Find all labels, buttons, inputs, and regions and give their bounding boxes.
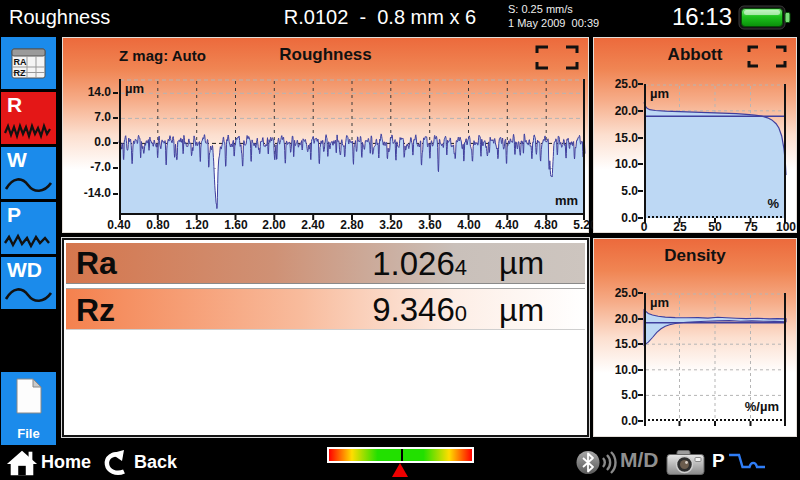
device-screen: Roughness R.0102 - 0.8 mm x 6 S: 0.25 mm…	[0, 0, 800, 480]
axis-tick	[113, 193, 118, 195]
y-axis-tick-label: 25.0	[598, 77, 638, 91]
profile-wave-icon	[728, 451, 768, 477]
clock: 16:13	[672, 3, 732, 31]
sidebar-item-waviness[interactable]: W	[1, 147, 56, 199]
top-bar: Roughness R.0102 - 0.8 mm x 6 S: 0.25 mm…	[0, 0, 800, 35]
y-axis-tick-label: 10.0	[598, 157, 638, 171]
roughness-chart: µm mm	[119, 79, 585, 215]
y-axis-unit: µm	[125, 81, 144, 96]
camera-icon[interactable]	[666, 449, 706, 480]
x-axis-tick-label: 2.00	[254, 218, 294, 232]
sidebar-item-file[interactable]: File	[1, 372, 56, 445]
x-axis-unit: %	[767, 196, 779, 211]
axis-tick	[638, 163, 643, 165]
sidebar-item-label: File	[1, 426, 56, 441]
svg-text:RA: RA	[14, 57, 27, 67]
sidebar-item-primary[interactable]: P	[1, 202, 56, 254]
axis-tick	[638, 292, 643, 294]
x-axis-tick-label: 2.40	[293, 218, 333, 232]
measurement-settings[interactable]: R.0102 - 0.8 mm x 6	[230, 6, 530, 29]
x-axis-tick-label: 25	[665, 220, 695, 234]
profile-mode-label[interactable]: P	[712, 450, 725, 472]
y-axis-tick-label: 15.0	[598, 337, 638, 351]
parameter-table-icon: RA RZ	[10, 46, 48, 80]
x-axis-tick-label: 4.80	[526, 218, 566, 232]
y-axis-tick-label: 5.0	[598, 388, 638, 402]
home-button[interactable]: Home	[6, 445, 91, 480]
axis-tick	[638, 83, 643, 85]
density-panel: Density µm %/µm 25.020.015.010.05.00.0	[593, 238, 797, 437]
back-button[interactable]: Back	[103, 445, 177, 480]
result-row-ra[interactable]: Ra 1.0264 µm	[66, 243, 585, 284]
result-value-last-digit: 0	[455, 301, 467, 326]
sidebar-item-label: R	[7, 93, 22, 117]
y-axis-unit: µm	[650, 295, 669, 310]
x-axis-tick-label: 75	[736, 220, 766, 234]
y-axis-tick-label: 14.0	[69, 85, 111, 99]
focus-corners-icon[interactable]	[746, 44, 788, 73]
y-axis-tick-label: 0.0	[598, 414, 638, 428]
file-document-icon	[14, 378, 44, 415]
axis-tick	[638, 394, 643, 396]
md-mode-button[interactable]: M/D	[620, 448, 659, 472]
results-panel: Ra 1.0264 µm Rz 9.3460 µm	[62, 238, 589, 437]
y-axis-tick-label: 5.0	[598, 184, 638, 198]
result-row-rz[interactable]: Rz 9.3460 µm	[66, 288, 585, 330]
x-axis-tick-label: 2.80	[332, 218, 372, 232]
y-axis-tick-label: -7.0	[69, 160, 111, 174]
sidebar-item-label: WD	[7, 258, 42, 282]
axis-tick	[638, 190, 643, 192]
x-axis-tick-label: 0.80	[138, 218, 178, 232]
result-param: Ra	[76, 243, 117, 284]
sidebar-item-roughness[interactable]: R	[1, 92, 56, 144]
result-unit: µm	[499, 243, 544, 284]
back-undo-icon	[103, 449, 131, 477]
level-gauge	[327, 447, 474, 463]
abbott-chart: µm %	[644, 84, 786, 218]
wd-wave-icon	[4, 284, 53, 306]
home-label: Home	[41, 452, 91, 473]
home-icon	[6, 448, 38, 478]
axis-tick	[638, 343, 643, 345]
page-title: Roughness	[9, 6, 110, 29]
y-axis-tick-label: 0.0	[69, 135, 111, 149]
bluetooth-icon[interactable]	[576, 449, 618, 480]
axis-tick	[113, 92, 118, 94]
result-unit: µm	[499, 289, 544, 331]
y-axis-tick-label: 20.0	[598, 312, 638, 326]
x-axis-tick-label: 100	[771, 220, 800, 234]
axis-tick	[638, 110, 643, 112]
x-axis-tick-label: 1.20	[177, 218, 217, 232]
y-axis-tick-label: 7.0	[69, 110, 111, 124]
result-value-last-digit: 4	[455, 255, 467, 280]
x-axis-tick-label: 1.60	[216, 218, 256, 232]
density-chart: µm %/µm	[644, 293, 786, 421]
axis-tick	[638, 137, 643, 139]
sidebar-item-parameter-table[interactable]: RA RZ	[1, 37, 56, 89]
axis-tick	[113, 142, 118, 144]
y-axis-tick-label: 10.0	[598, 363, 638, 377]
sidebar-item-label: P	[7, 203, 21, 227]
x-axis-tick-label: 4.00	[449, 218, 489, 232]
y-axis-tick-label: 25.0	[598, 286, 638, 300]
sidebar-item-label: W	[7, 148, 27, 172]
result-value: 9.3460	[372, 289, 467, 335]
axis-tick	[638, 369, 643, 371]
gauge-center-tick	[401, 449, 403, 461]
focus-corners-icon[interactable]	[534, 44, 580, 75]
y-axis-tick-label: 15.0	[598, 131, 638, 145]
x-axis-unit: mm	[555, 193, 578, 208]
bottom-bar: Home Back	[0, 445, 800, 480]
back-label: Back	[134, 452, 177, 473]
axis-tick	[638, 217, 643, 219]
gauge-pointer	[392, 463, 408, 477]
roughness-panel: Z mag: Auto Roughness µm mm 14.07.00.0-7…	[62, 37, 589, 233]
waviness-wave-icon	[4, 174, 53, 196]
x-axis-tick-label: 0.40	[99, 218, 139, 232]
roughness-chart-title: Roughness	[63, 45, 588, 65]
battery-icon	[738, 4, 792, 35]
y-axis-tick-label: -14.0	[69, 186, 111, 200]
axis-tick	[638, 420, 643, 422]
sidebar-item-wd[interactable]: WD	[1, 257, 56, 309]
roughness-wave-icon	[4, 121, 53, 141]
